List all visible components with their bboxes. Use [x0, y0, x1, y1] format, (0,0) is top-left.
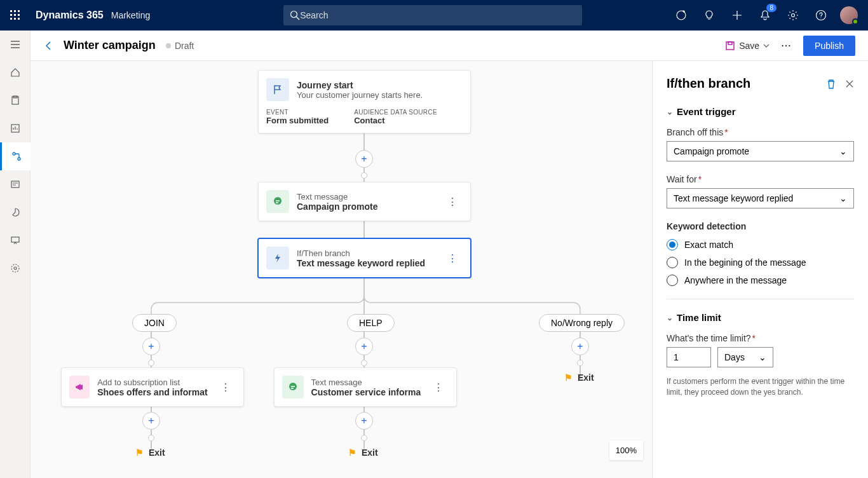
rail-clipboard[interactable]	[0, 86, 31, 114]
svg-rect-5	[18, 14, 20, 16]
svg-line-10	[297, 17, 300, 20]
save-button[interactable]: Save	[720, 37, 775, 55]
svg-rect-4	[14, 14, 16, 16]
chevron-down-icon	[763, 43, 770, 49]
svg-rect-20	[11, 237, 19, 242]
zoom-indicator[interactable]: 100%	[609, 440, 643, 460]
rail-forms[interactable]	[0, 170, 31, 198]
svg-rect-6	[10, 18, 12, 20]
time-limit-input[interactable]	[667, 347, 711, 367]
svg-rect-7	[14, 18, 16, 20]
search-input[interactable]	[300, 10, 576, 20]
chevron-down-icon: ⌄	[839, 146, 847, 156]
status-dot	[166, 43, 171, 48]
add-icon[interactable]	[723, 0, 751, 31]
exit-join: ⚑Exit	[135, 447, 165, 458]
flag-icon: ⚑	[564, 372, 573, 383]
exit-no: ⚑Exit	[564, 372, 594, 383]
exit-help: ⚑Exit	[348, 447, 378, 458]
wait-for-select[interactable]: Text message keyword replied⌄	[667, 188, 854, 208]
svg-rect-1	[14, 10, 16, 12]
message-icon	[266, 190, 289, 213]
rail-analytics[interactable]	[0, 114, 31, 142]
search-box[interactable]	[283, 5, 582, 25]
properties-panel: If/then branch ⌄Event trigger Branch off…	[652, 61, 868, 478]
if-then-branch-card[interactable]: If/Then branchText message keyword repli…	[257, 238, 471, 278]
svg-point-12	[792, 14, 795, 17]
section-event-trigger[interactable]: ⌄Event trigger	[667, 106, 854, 117]
text-message-card-1[interactable]: Text messageCampaign promote ⋮	[258, 182, 471, 221]
user-avatar[interactable]	[835, 0, 863, 31]
waffle-icon	[10, 10, 20, 20]
radio-beginning[interactable]: In the begining of the message	[667, 257, 854, 268]
journey-start-card[interactable]: Journey start Your customer journey star…	[258, 70, 471, 133]
search-icon	[290, 10, 300, 20]
delete-icon[interactable]	[826, 79, 836, 89]
help-icon[interactable]	[807, 0, 835, 31]
content-header: Winter campaign Draft Save ⋯ Publish	[31, 31, 868, 61]
card-menu[interactable]: ⋮	[442, 196, 463, 208]
close-icon[interactable]	[845, 79, 854, 88]
top-navbar: Dynamics 365 Marketing 8	[0, 0, 868, 31]
help-text: If customers perform the event trigger w…	[667, 376, 854, 398]
app-launcher[interactable]	[5, 5, 25, 25]
add-node-join[interactable]: +	[142, 338, 160, 355]
notifications-icon[interactable]: 8	[751, 0, 779, 31]
publish-button[interactable]: Publish	[803, 36, 855, 56]
svg-rect-24	[728, 42, 732, 44]
settings-icon[interactable]	[779, 0, 807, 31]
svg-rect-2	[18, 10, 20, 12]
radio-exact-match[interactable]: Exact match	[667, 239, 854, 250]
rail-journeys[interactable]	[0, 142, 31, 170]
journey-canvas[interactable]: Journey start Your customer journey star…	[31, 61, 652, 478]
add-node-help[interactable]: +	[355, 338, 373, 355]
module-name[interactable]: Marketing	[111, 10, 150, 20]
radio-anywhere[interactable]: Anywhere in the message	[667, 275, 854, 286]
branch-off-select[interactable]: Campaign promote⌄	[667, 141, 854, 161]
page-title: Winter campaign	[64, 39, 156, 52]
svg-point-21	[14, 267, 17, 270]
card-menu[interactable]: ⋮	[428, 381, 449, 393]
add-node-1[interactable]: +	[355, 150, 373, 168]
chevron-down-icon: ⌄	[759, 352, 766, 362]
time-unit-select[interactable]: Days⌄	[717, 347, 773, 367]
status-text: Draft	[175, 41, 194, 51]
more-actions[interactable]: ⋯	[775, 36, 798, 55]
svg-point-9	[291, 11, 297, 18]
svg-rect-19	[11, 181, 19, 188]
rail-home[interactable]	[0, 58, 31, 86]
card-menu[interactable]: ⋮	[215, 381, 236, 393]
svg-point-17	[13, 153, 15, 155]
svg-rect-0	[10, 10, 12, 12]
flag-icon: ⚑	[348, 447, 356, 458]
lightbulb-icon[interactable]	[695, 0, 723, 31]
back-button[interactable]	[43, 40, 55, 51]
add-node-join-2[interactable]: +	[142, 412, 160, 430]
megaphone-icon	[69, 376, 90, 399]
card-menu[interactable]: ⋮	[442, 252, 463, 264]
rail-present[interactable]	[0, 226, 31, 254]
subscription-list-card[interactable]: Add to subscription listShoes offers and…	[61, 367, 244, 407]
brand: Dynamics 365	[36, 10, 104, 21]
chevron-down-icon: ⌄	[839, 193, 847, 203]
message-icon	[282, 376, 304, 399]
text-message-card-2[interactable]: Text messageCustomer service informat.. …	[274, 367, 457, 407]
svg-rect-3	[10, 14, 12, 16]
chevron-down-icon: ⌄	[667, 313, 673, 322]
left-nav-rail	[0, 31, 31, 478]
rail-segments[interactable]	[0, 198, 31, 226]
svg-point-22	[11, 264, 19, 272]
rail-hamburger[interactable]	[0, 31, 31, 58]
section-time-limit[interactable]: ⌄Time limit	[667, 312, 854, 323]
add-node-help-2[interactable]: +	[355, 412, 373, 430]
assistant-icon[interactable]	[667, 0, 695, 31]
flag-icon	[266, 78, 289, 101]
rail-settings[interactable]	[0, 254, 31, 282]
branch-pill-help[interactable]: HELP	[347, 314, 395, 332]
branch-pill-join[interactable]: JOIN	[132, 314, 177, 332]
branch-pill-no[interactable]: No/Wrong reply	[539, 314, 625, 332]
chevron-down-icon: ⌄	[667, 107, 673, 116]
notification-badge: 8	[766, 4, 776, 12]
add-node-no[interactable]: +	[571, 338, 589, 355]
svg-point-18	[18, 158, 20, 160]
